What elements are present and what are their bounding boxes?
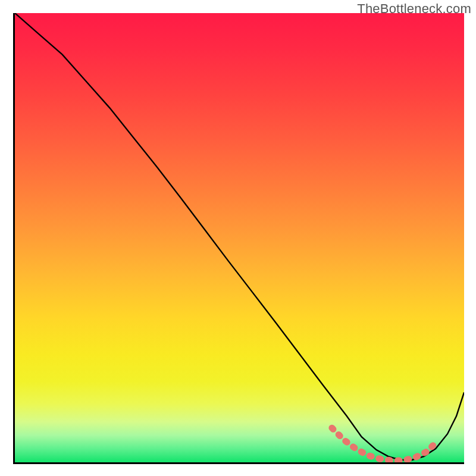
- plot-area: [13, 13, 464, 464]
- curve-layer: [15, 13, 464, 462]
- marker-stroke: [332, 428, 436, 461]
- chart-canvas: TheBottleneck.com: [0, 0, 476, 476]
- bottleneck-curve: [15, 13, 464, 460]
